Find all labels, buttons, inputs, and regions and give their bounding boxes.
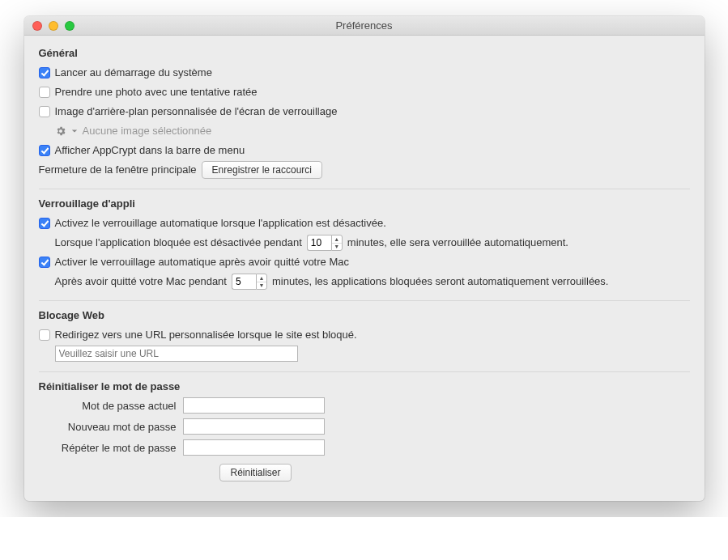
idle-stepper-arrows[interactable]: ▲ ▼ [331,235,343,251]
content: Général Lancer au démarrage du système P… [24,36,705,501]
divider [39,300,690,301]
chevron-down-icon[interactable] [71,128,78,134]
new-password-label: Nouveau mot de passe [55,421,177,433]
autolock-leave-label: Activer le verrouillage automatique aprè… [55,253,349,271]
minimize-icon[interactable] [49,21,58,31]
section-webblock-heading: Blocage Web [39,309,690,321]
section-resetpw-heading: Réinitialiser le mot de passe [39,380,690,392]
launch-at-startup-label: Lancer au démarrage du système [55,64,212,82]
window-title: Préférences [24,19,705,32]
idle-minutes-stepper: ▲ ▼ [307,235,343,251]
close-icon[interactable] [32,21,42,31]
show-in-menubar-label: Afficher AppCrypt dans la barre de menu [55,142,245,159]
chevron-up-icon[interactable]: ▲ [332,235,342,244]
redirect-url-input[interactable] [55,346,298,362]
section-general-heading: Général [39,47,690,59]
repeat-password-input[interactable] [183,439,325,456]
leave-minutes-stepper: ▲ ▼ [232,274,267,290]
chevron-down-icon[interactable]: ▼ [332,244,342,251]
current-password-label: Mot de passe actuel [55,400,177,412]
preferences-window: Préférences Général Lancer au démarrage … [24,16,705,501]
idle-minutes-input[interactable] [307,235,331,251]
zoom-icon[interactable] [65,21,75,31]
window-controls [32,21,75,31]
autolock-idle-checkbox[interactable] [39,218,50,229]
autolock-leave-checkbox[interactable] [39,257,50,268]
show-in-menubar-checkbox[interactable] [39,145,50,156]
new-password-input[interactable] [183,418,325,435]
leave-sentence-post: minutes, les applications bloquées seron… [272,273,609,291]
close-main-window-label: Fermeture de la fenêtre principale [39,161,197,179]
divider [39,371,690,372]
redirect-url-label: Redirigez vers une URL personnalisée lor… [55,326,357,344]
record-shortcut-button[interactable]: Enregistrer le raccourci [202,161,322,179]
take-photo-checkbox[interactable] [39,87,50,98]
idle-sentence-pre: Lorsque l'application bloquée est désact… [55,234,302,252]
idle-sentence-post: minutes, elle sera verrouillée automatiq… [347,234,568,252]
gear-icon[interactable] [55,125,66,137]
reset-password-button[interactable]: Réinitialiser [219,464,291,482]
chevron-down-icon[interactable]: ▼ [257,282,266,290]
repeat-password-label: Répéter le mot de passe [55,442,177,454]
redirect-url-checkbox[interactable] [39,329,50,341]
custom-bg-checkbox[interactable] [39,106,50,117]
take-photo-label: Prendre une photo avec une tentative rat… [55,83,258,101]
no-image-selected-label: Aucune image sélectionnée [83,122,212,140]
leave-stepper-arrows[interactable]: ▲ ▼ [256,274,267,290]
titlebar[interactable]: Préférences [24,16,705,36]
leave-minutes-input[interactable] [232,274,256,290]
section-applock-heading: Verrouillage d'appli [39,197,690,210]
launch-at-startup-checkbox[interactable] [39,67,50,78]
custom-bg-label: Image d'arrière-plan personnalisée de l'… [55,103,338,121]
current-password-input[interactable] [183,397,325,414]
chevron-up-icon[interactable]: ▲ [257,274,266,282]
divider [39,189,690,189]
autolock-idle-label: Activez le verrouillage automatique lors… [55,214,386,232]
leave-sentence-pre: Après avoir quitté votre Mac pendant [55,273,227,291]
reset-password-form: Mot de passe actuel Nouveau mot de passe… [55,397,690,456]
